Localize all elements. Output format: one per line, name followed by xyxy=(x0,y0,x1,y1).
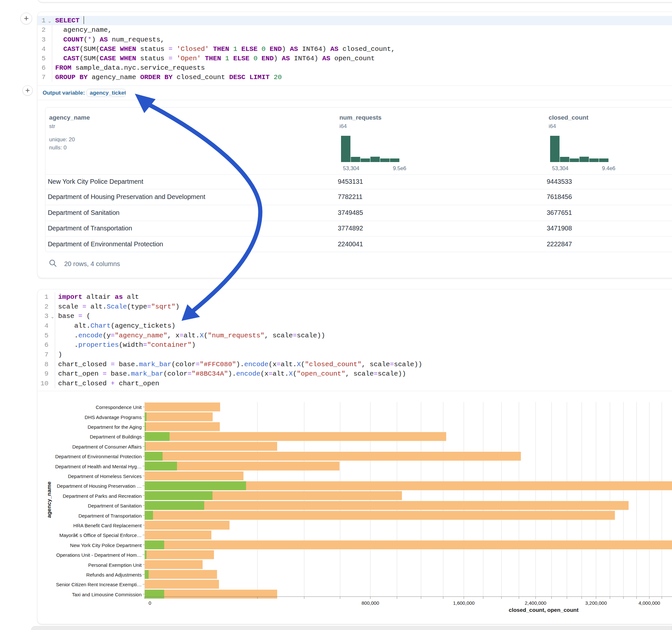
svg-text:3,200,000: 3,200,000 xyxy=(585,600,607,606)
svg-text:2,400,000: 2,400,000 xyxy=(525,600,547,606)
svg-text:Senior Citizen Rent Increase E: Senior Citizen Rent Increase Exempti… xyxy=(56,582,142,587)
svg-text:Department of Housing Preserva: Department of Housing Preservation … xyxy=(57,483,142,489)
svg-text:Department of Parks and Recrea: Department of Parks and Recreation xyxy=(63,493,142,499)
svg-text:New York City Police Departmen: New York City Police Department xyxy=(70,542,142,548)
svg-text:DHS Advantage Programs: DHS Advantage Programs xyxy=(85,414,142,420)
svg-text:4,000,000: 4,000,000 xyxy=(639,600,660,606)
svg-text:Operations Unit - Department o: Operations Unit - Department of Hom… xyxy=(56,552,142,558)
svg-text:1,600,000: 1,600,000 xyxy=(453,600,475,606)
svg-text:Department of Environmental Pr: Department of Environmental Protection xyxy=(55,454,142,459)
svg-text:Refunds and Adjustments: Refunds and Adjustments xyxy=(86,572,142,578)
svg-text:Taxi and Limousine Commission: Taxi and Limousine Commission xyxy=(72,592,142,597)
svg-text:Personal Exemption Unit: Personal Exemption Unit xyxy=(88,562,142,568)
svg-text:800,000: 800,000 xyxy=(361,600,379,606)
svg-text:Department of Consumer Affairs: Department of Consumer Affairs xyxy=(72,444,142,450)
svg-text:closed_count, open_count: closed_count, open_count xyxy=(509,607,579,613)
svg-text:Department of Buildings: Department of Buildings xyxy=(90,434,142,439)
svg-text:Department of Homeless Service: Department of Homeless Services xyxy=(68,474,142,479)
svg-text:agency_name: agency_name xyxy=(46,482,52,518)
svg-text:HRA Benefit Card Replacement: HRA Benefit Card Replacement xyxy=(73,523,142,528)
svg-text:Mayorâ€ s Office of Special En: Mayorâ€ s Office of Special Enforce… xyxy=(59,532,142,538)
svg-text:Department of Health and Menta: Department of Health and Mental Hyg… xyxy=(55,464,142,469)
svg-text:0: 0 xyxy=(148,600,151,606)
svg-text:Department of Transportation: Department of Transportation xyxy=(78,513,142,518)
svg-text:Department of Sanitation: Department of Sanitation xyxy=(88,503,142,508)
svg-text:Department for the Aging: Department for the Aging xyxy=(88,424,142,430)
svg-text:Correspondence Unit: Correspondence Unit xyxy=(96,405,142,410)
